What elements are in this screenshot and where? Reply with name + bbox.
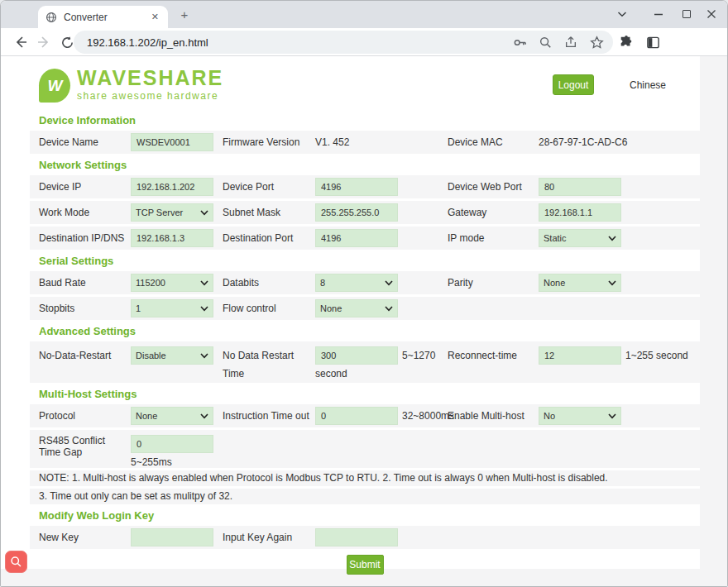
chevron-down-icon (200, 280, 208, 286)
back-icon[interactable] (11, 32, 31, 52)
destination-ip-input[interactable] (131, 229, 213, 247)
protocol-label: Protocol (39, 410, 131, 422)
note-row-2: 3. Time out only can be set as mulitpy o… (30, 489, 700, 504)
chevron-down-icon (608, 236, 616, 241)
subnet-mask-input[interactable] (315, 203, 398, 222)
work-mode-label: Work Mode (39, 207, 131, 218)
note-line-2: 3. Time out only can be set as mulitpy o… (39, 491, 232, 502)
stopbits-select[interactable]: 1 (131, 299, 213, 317)
reconnect-time-label: Reconnect-time (448, 346, 539, 365)
tab-close-icon[interactable]: ✕ (150, 12, 160, 22)
gateway-input[interactable] (539, 203, 621, 222)
bookmark-star-icon[interactable] (588, 34, 605, 50)
no-data-restart-time-unit: second (315, 368, 402, 379)
reconnect-time-input[interactable] (539, 346, 621, 365)
share-icon[interactable] (563, 34, 579, 50)
login-key-row: New Key Input Key Again (30, 526, 700, 549)
search-icon (10, 556, 22, 568)
protocol-select[interactable]: None (131, 407, 213, 425)
baud-rate-select[interactable]: 115200 (131, 274, 213, 292)
multi-host-row-1: Protocol None Instruction Time out 32~80… (30, 404, 700, 427)
browser-window: Converter ✕ + 192.168.1.202/ip_en.html (0, 0, 728, 587)
logout-button[interactable]: Logout (553, 74, 594, 95)
url-path: /ip_en.html (156, 36, 208, 49)
device-port-input[interactable] (315, 178, 398, 196)
gateway-label: Gateway (448, 207, 539, 218)
device-ip-label: Device IP (39, 181, 131, 193)
url-bar[interactable]: 192.168.1.202/ip_en.html (74, 31, 613, 54)
tab-search-chevron-icon[interactable] (611, 4, 633, 24)
device-info-row: Device Name Firmware Version V1. 452 Dev… (30, 131, 700, 154)
tab-strip: Converter ✕ + (1, 1, 727, 28)
rs485-conflict-gap-input[interactable] (131, 435, 213, 453)
globe-favicon-icon (46, 12, 57, 23)
input-key-again-input[interactable] (315, 528, 398, 546)
ip-mode-value: Static (544, 233, 608, 243)
destination-port-input[interactable] (315, 229, 398, 247)
window-maximize-icon[interactable] (676, 4, 697, 24)
device-name-label: Device Name (39, 136, 131, 148)
no-data-restart-select[interactable]: Disable (131, 346, 213, 365)
no-data-restart-value: Disable (136, 351, 200, 360)
work-mode-select[interactable]: TCP Server (131, 203, 213, 222)
network-row-3: Destination IP/DNS Destination Port IP m… (30, 227, 700, 250)
no-data-restart-time-input[interactable] (315, 346, 398, 365)
ip-mode-select[interactable]: Static (539, 229, 621, 247)
chevron-down-icon (608, 280, 616, 286)
databits-select[interactable]: 8 (315, 274, 398, 292)
note-row-1: NOTE: 1. Multi-host is always enabled wh… (30, 470, 700, 486)
multi-host-row-2: RS485 Conflict Time Gap 5~255ms (30, 430, 700, 468)
instruction-timeout-label: Instruction Time out (223, 410, 315, 422)
no-data-restart-label: No-Data-Restart (39, 346, 131, 365)
device-mac-label: Device MAC (448, 136, 539, 148)
window-close-icon[interactable] (701, 4, 722, 24)
language-link[interactable]: Chinese (630, 79, 666, 91)
logo-title: WAVESHARE (77, 67, 223, 88)
flow-control-select[interactable]: None (315, 299, 398, 317)
instruction-timeout-hint: 32~8000ms (402, 407, 448, 425)
browser-tab[interactable]: Converter ✕ (38, 6, 168, 28)
extensions-puzzle-icon[interactable] (618, 34, 635, 50)
device-web-port-label: Device Web Port (448, 181, 539, 193)
window-minimize-icon[interactable] (648, 4, 669, 24)
firmware-version-value: V1. 452 (315, 136, 402, 148)
databits-value: 8 (320, 278, 385, 288)
page-content: W WAVESHARE share awesome hardware Logou… (1, 56, 700, 569)
device-mac-value: 28-67-97-1C-AD-C6 (539, 136, 700, 148)
chevron-down-icon (200, 413, 208, 419)
flow-control-value: None (320, 303, 385, 313)
protocol-value: None (136, 411, 200, 421)
parity-select[interactable]: None (539, 274, 621, 292)
subnet-mask-label: Subnet Mask (223, 207, 315, 218)
device-ip-input[interactable] (131, 178, 213, 196)
new-tab-button[interactable]: + (177, 7, 192, 22)
new-key-label: New Key (39, 532, 131, 543)
chevron-down-icon (200, 210, 208, 216)
side-panel-icon[interactable] (644, 34, 661, 50)
new-key-input[interactable] (131, 528, 213, 546)
device-name-input[interactable] (131, 133, 213, 151)
forward-icon[interactable] (34, 32, 54, 52)
stopbits-value: 1 (136, 303, 200, 313)
chevron-down-icon (200, 353, 208, 359)
waveshare-logo-icon: W (39, 69, 70, 103)
section-title-serial-settings: Serial Settings (39, 255, 700, 267)
firmware-version-label: Firmware Version (223, 136, 315, 148)
no-data-restart-time-label: No Data Restart Time (223, 346, 315, 383)
section-title-advanced-settings: Advanced Settings (39, 325, 700, 337)
note-line-1: NOTE: 1. Multi-host is always enabled wh… (39, 473, 608, 484)
flow-control-label: Flow control (223, 303, 315, 314)
enable-multi-host-value: No (544, 411, 608, 421)
section-title-modify-web-login-key: Modify Web Login Key (39, 509, 700, 522)
floating-search-button[interactable] (5, 551, 27, 573)
enable-multi-host-select[interactable]: No (539, 407, 621, 425)
destination-ip-label: Destination IP/DNS (39, 232, 131, 244)
device-web-port-input[interactable] (539, 178, 621, 196)
submit-button[interactable]: Submit (347, 555, 384, 575)
ip-mode-label: IP mode (448, 232, 539, 244)
chevron-down-icon (385, 306, 393, 312)
key-icon[interactable] (511, 34, 528, 50)
instruction-timeout-input[interactable] (315, 407, 398, 425)
baud-rate-label: Baud Rate (39, 277, 131, 289)
zoom-icon[interactable] (537, 34, 553, 50)
